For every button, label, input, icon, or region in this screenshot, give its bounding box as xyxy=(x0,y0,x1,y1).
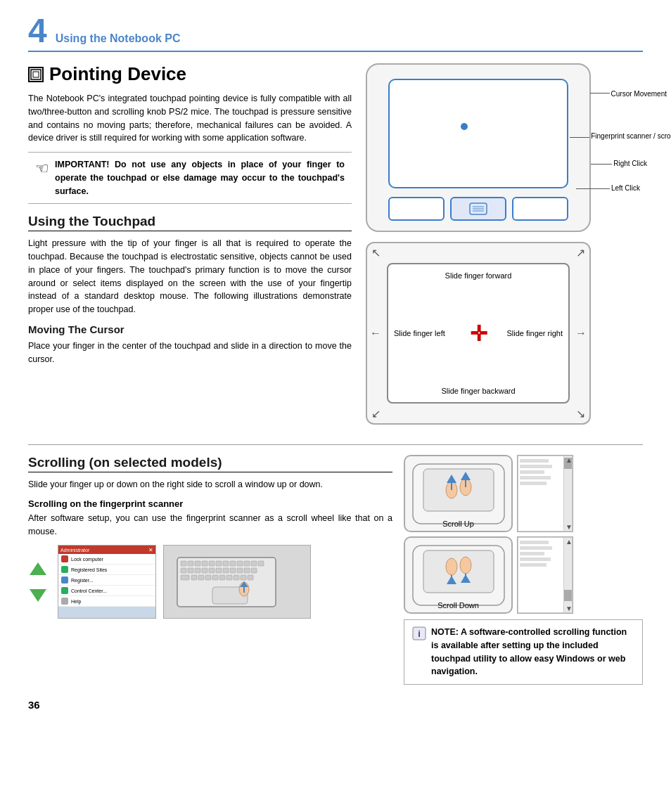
fingerprint-subtitle: Scrolling on the fingerprint scanner xyxy=(28,498,392,509)
svg-rect-31 xyxy=(251,568,257,573)
fingerprint-body: After software setup, you can use the fi… xyxy=(28,512,392,539)
dir-left-label: Slide finger left xyxy=(394,329,445,337)
svg-rect-47 xyxy=(423,469,494,511)
moving-cursor-body: Place your finger in the center of the t… xyxy=(28,340,352,366)
cursor-topleft: ↖ xyxy=(371,246,381,259)
scroll-down-label: Scroll Down xyxy=(405,601,511,610)
chapter-number: 4 xyxy=(28,14,47,48)
svg-rect-16 xyxy=(230,561,236,566)
scroll-up-touchpad: Scroll Up xyxy=(404,455,513,532)
svg-rect-12 xyxy=(202,561,207,566)
direction-diagram: ↖ ↗ ↙ ↘ ← → ✛ Slide finger forward Slide… xyxy=(366,242,591,425)
fingerprint-scanner-button[interactable] xyxy=(450,197,506,221)
pointing-device-body: The Notebook PC's integrated touchpad po… xyxy=(28,92,352,145)
svg-rect-28 xyxy=(230,568,236,573)
touchpad-dot xyxy=(461,123,468,130)
scroll-down-window: ▲ ▼ xyxy=(517,536,573,614)
using-touchpad-title: Using the Touchpad xyxy=(28,214,352,231)
svg-rect-22 xyxy=(188,568,193,573)
dir-backward-label: Slide finger backward xyxy=(441,387,515,395)
svg-rect-17 xyxy=(237,561,243,566)
green-arrows-icon xyxy=(28,545,48,619)
right-column: Cursor Movement Fingerprint scanner / sc… xyxy=(366,63,605,434)
using-touchpad-body: Light pressure with the tip of your fing… xyxy=(28,237,352,316)
right-click-label: Right Click xyxy=(613,160,647,167)
svg-rect-27 xyxy=(223,568,229,573)
svg-rect-23 xyxy=(195,568,200,573)
svg-rect-0 xyxy=(31,70,41,79)
chapter-header: 4 Using the Notebook PC xyxy=(28,14,643,52)
svg-rect-15 xyxy=(223,561,229,566)
svg-rect-9 xyxy=(181,561,186,566)
svg-rect-32 xyxy=(181,575,189,580)
scrolling-section: Scrolling (on selected models) Slide you… xyxy=(28,455,643,685)
svg-rect-14 xyxy=(216,561,222,566)
svg-rect-10 xyxy=(188,561,193,566)
scroll-down-touchpad: Scroll Down xyxy=(404,536,513,614)
scroll-diagrams-column: Scroll Up ▲ ▼ xyxy=(404,455,643,685)
svg-rect-18 xyxy=(244,561,250,566)
pointing-device-icon xyxy=(28,67,44,82)
touchpad-inner-area xyxy=(388,79,568,188)
svg-rect-40 xyxy=(241,575,246,580)
cursor-left: ← xyxy=(370,327,381,340)
crosshair-icon: ✛ xyxy=(470,321,487,346)
svg-rect-55 xyxy=(423,550,494,593)
note-icon: i xyxy=(411,626,427,645)
scrolling-body: Slide your finger up or down on the righ… xyxy=(28,478,392,491)
dir-forward-label: Slide finger forward xyxy=(445,271,512,280)
svg-rect-26 xyxy=(216,568,222,573)
svg-rect-35 xyxy=(205,575,211,580)
svg-rect-25 xyxy=(209,568,215,573)
svg-rect-13 xyxy=(209,561,215,566)
screenshot-area: Administrator ✕ Lock computer Registered… xyxy=(28,545,392,619)
cursor-topright: ↗ xyxy=(576,246,585,259)
moving-cursor-title: Moving The Cursor xyxy=(28,323,352,335)
scroll-up-row: Scroll Up ▲ ▼ xyxy=(404,455,643,532)
svg-rect-20 xyxy=(258,561,264,566)
cursor-right: → xyxy=(575,327,587,340)
scroll-up-label: Scroll Up xyxy=(405,520,511,528)
dir-right-label: Slide finger right xyxy=(507,329,563,337)
scrolling-title: Scrolling (on selected models) xyxy=(28,455,392,472)
important-text: IMPORTANT! Do not use any objects in pla… xyxy=(55,158,345,198)
svg-rect-38 xyxy=(226,575,232,580)
pointing-device-title: Pointing Device xyxy=(28,63,352,85)
direction-inner: ✛ Slide finger forward Slide finger back… xyxy=(387,263,570,404)
section-divider xyxy=(28,444,643,445)
important-box: ☜ IMPORTANT! Do not use any objects in p… xyxy=(28,152,352,204)
scroll-images: Scroll Up ▲ ▼ xyxy=(404,455,643,614)
left-click-button[interactable] xyxy=(388,197,445,221)
svg-rect-41 xyxy=(248,575,253,580)
page-number: 36 xyxy=(28,699,643,711)
right-click-button[interactable] xyxy=(512,197,568,221)
svg-marker-6 xyxy=(30,562,46,575)
hand-icon: ☜ xyxy=(35,160,49,178)
touchpad-diagram: Cursor Movement Fingerprint scanner / sc… xyxy=(366,63,591,232)
svg-rect-21 xyxy=(181,568,186,573)
left-column: Pointing Device The Notebook PC's integr… xyxy=(28,63,352,434)
svg-marker-7 xyxy=(30,589,46,602)
left-click-label: Left Click xyxy=(611,184,640,192)
svg-rect-24 xyxy=(202,568,207,573)
admin-titlebar: Administrator ✕ xyxy=(58,546,155,554)
scrolling-left-column: Scrolling (on selected models) Slide you… xyxy=(28,455,392,685)
cursor-movement-label: Cursor Movement xyxy=(611,89,667,98)
note-box: i NOTE: A software-controlled scrolling … xyxy=(404,619,643,685)
note-text: NOTE: A software-controlled scrolling fu… xyxy=(431,626,635,678)
svg-rect-33 xyxy=(191,575,197,580)
svg-text:i: i xyxy=(418,629,421,639)
chapter-title: Using the Notebook PC xyxy=(56,32,181,45)
fingerprint-label: Fingerprint scanner / scroll xyxy=(591,131,671,141)
svg-rect-19 xyxy=(251,561,257,566)
svg-rect-30 xyxy=(244,568,250,573)
svg-rect-11 xyxy=(195,561,200,566)
touchpad-buttons xyxy=(388,195,568,222)
admin-screenshot: Administrator ✕ Lock computer Registered… xyxy=(58,545,156,619)
svg-rect-39 xyxy=(234,575,239,580)
svg-point-56 xyxy=(446,558,457,575)
svg-rect-29 xyxy=(237,568,243,573)
keyboard-scroll-screenshot xyxy=(163,545,311,619)
scroll-down-row: Scroll Down ▲ ▼ xyxy=(404,536,643,614)
svg-rect-1 xyxy=(33,72,39,77)
